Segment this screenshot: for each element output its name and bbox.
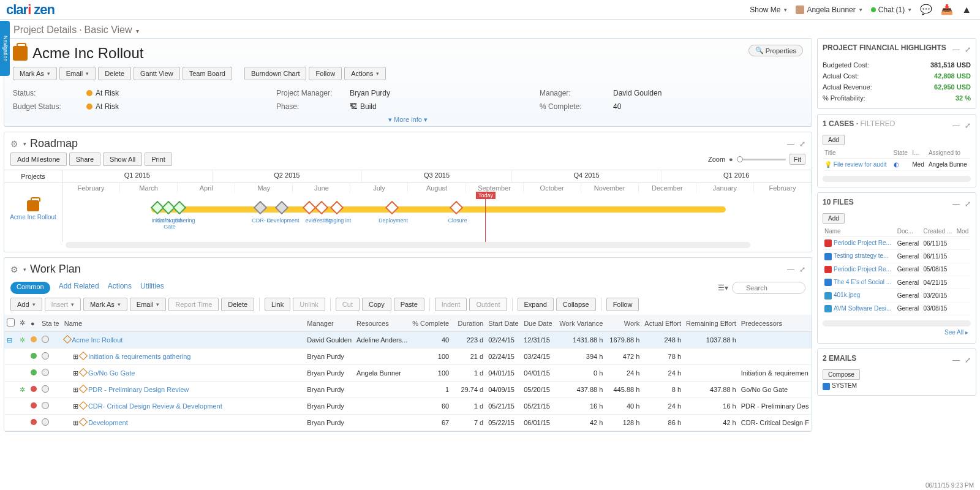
gantt-button[interactable]: Gantt View: [134, 67, 180, 80]
filter-icon[interactable]: ☰▾: [718, 284, 728, 292]
print-button[interactable]: Print: [145, 153, 172, 166]
wp-link-button[interactable]: Link: [265, 298, 290, 311]
wp-add-button[interactable]: Add ▾: [10, 298, 42, 311]
show-all-button[interactable]: Show All: [103, 153, 142, 166]
manager-label: Manager:: [540, 89, 613, 97]
see-all-link[interactable]: See All ▸: [823, 326, 971, 338]
file-row[interactable]: Periodic Project Re...General06/11/15: [823, 237, 971, 250]
show-me-menu[interactable]: Show Me▾: [750, 6, 787, 14]
gear-icon[interactable]: ⚙: [10, 265, 18, 274]
app-logo[interactable]: clarizen: [6, 2, 55, 18]
expand-icon[interactable]: ⤢: [965, 356, 971, 364]
table-row[interactable]: ⊟ ✲ Acme Inc Rollout David GouldenAdelin…: [4, 332, 812, 349]
table-row[interactable]: ⊞ Go/No Go Gate Bryan PurdyAngela Bunner…: [4, 365, 812, 382]
month-label: December: [639, 183, 696, 193]
project-header-panel: Acme Inc Rollout 🔍 Properties Mark As ▾ …: [4, 38, 812, 127]
month-label: January: [696, 183, 754, 193]
table-row[interactable]: ⊞ Development Bryan Purdy677 d 05/22/150…: [4, 415, 812, 431]
files-add-button[interactable]: Add: [823, 213, 845, 224]
user-menu[interactable]: Angela Bunner▾: [796, 6, 862, 14]
today-marker: Today: [485, 193, 486, 242]
messages-icon[interactable]: 💬: [920, 4, 932, 15]
compose-button[interactable]: Compose: [823, 369, 860, 380]
table-row[interactable]: ✲ ⊞ PDR - Preliminary Design Review Brya…: [4, 382, 812, 398]
wp-report-time-button[interactable]: Report Time: [168, 298, 219, 311]
zoom-slider[interactable]: [737, 159, 786, 160]
email-button[interactable]: Email ▾: [59, 67, 96, 80]
select-all-checkbox[interactable]: [7, 318, 15, 326]
add-milestone-button[interactable]: Add Milestone: [10, 153, 67, 166]
minimize-icon[interactable]: —: [787, 140, 794, 148]
table-row[interactable]: ⊞ Initiation & requirements gathering Br…: [4, 349, 812, 365]
gear-icon[interactable]: ⚙: [10, 139, 18, 149]
expand-icon[interactable]: ⤢: [965, 121, 971, 130]
tab-add-related[interactable]: Add Related: [59, 282, 99, 294]
projects-col-label: Projects: [4, 170, 62, 183]
file-row[interactable]: Periodic Project Re...General05/08/15: [823, 263, 971, 276]
team-board-button[interactable]: Team Board: [183, 67, 232, 80]
milestone-label: Deployment: [375, 217, 412, 224]
mark-as-button[interactable]: Mark As ▾: [13, 67, 57, 80]
file-row[interactable]: 401k.jpegGeneral03/20/15: [823, 289, 971, 302]
status-dot-icon: [86, 90, 92, 96]
table-row[interactable]: ⊞ CDR- Critical Design Review & Developm…: [4, 398, 812, 415]
properties-search[interactable]: 🔍 Properties: [748, 45, 803, 56]
alerts-icon[interactable]: ▲: [962, 4, 971, 15]
tab-actions[interactable]: Actions: [108, 282, 132, 294]
wp-paste-button[interactable]: Paste: [394, 298, 424, 311]
wp-outdent-button[interactable]: Outdent: [469, 298, 507, 311]
expand-icon[interactable]: ⤢: [965, 200, 971, 208]
wp-insert-button[interactable]: Insert ▾: [45, 298, 81, 311]
more-info-toggle[interactable]: ▾ More info ▾: [13, 113, 803, 126]
tab-utilities[interactable]: Utilities: [140, 282, 164, 294]
workplan-title: Work Plan: [30, 263, 81, 276]
horizontal-scrollbar[interactable]: [66, 242, 750, 248]
expand-icon[interactable]: ⤢: [799, 140, 805, 148]
file-row[interactable]: Testing strategy te...General06/11/15: [823, 250, 971, 263]
milestone-label: Closure: [439, 217, 476, 224]
wp-indent-button[interactable]: Indent: [435, 298, 467, 311]
briefcase-icon: [13, 46, 28, 61]
share-button[interactable]: Share: [69, 153, 100, 166]
navigation-tab[interactable]: Navigation: [0, 21, 10, 76]
actions-button[interactable]: Actions ▾: [344, 67, 386, 80]
wp-cut-button[interactable]: Cut: [336, 298, 360, 311]
expand-icon[interactable]: ⤢: [965, 45, 971, 54]
minimize-icon[interactable]: —: [952, 121, 960, 130]
minimize-icon[interactable]: —: [787, 265, 794, 274]
chat-menu[interactable]: Chat (1)▾: [871, 6, 911, 14]
search-input[interactable]: [732, 282, 805, 294]
follow-button[interactable]: Follow: [309, 67, 342, 80]
milestone-label: ts gathering: [162, 217, 199, 224]
wp-follow-button[interactable]: Follow: [606, 298, 639, 311]
wp-expand-button[interactable]: Expand: [518, 298, 554, 311]
minimize-icon[interactable]: —: [952, 200, 960, 208]
file-row[interactable]: AVM Software Desi...General03/08/15: [823, 302, 971, 315]
wp-copy-button[interactable]: Copy: [362, 298, 391, 311]
expand-icon[interactable]: ⤢: [799, 265, 805, 274]
fit-button[interactable]: Fit: [790, 154, 805, 165]
tab-common[interactable]: Common: [10, 282, 50, 294]
avatar-icon: [796, 6, 804, 14]
delete-button[interactable]: Delete: [98, 67, 131, 80]
phase-value: Build: [360, 102, 377, 111]
chevron-down-icon[interactable]: ▾: [136, 28, 139, 34]
wp-email-button[interactable]: Email ▾: [130, 298, 167, 311]
wp-unlink-button[interactable]: Unlink: [293, 298, 325, 311]
horizontal-scrollbar[interactable]: [823, 320, 971, 326]
roadmap-project-name[interactable]: Acme Inc Rollout: [4, 214, 62, 221]
case-row[interactable]: 💡 File review for audit ◐ Med Angela Bun…: [823, 159, 971, 171]
minimize-icon[interactable]: —: [952, 356, 960, 364]
wp-delete-button[interactable]: Delete: [221, 298, 254, 311]
file-row[interactable]: The 4 E's of Social ...General04/21/15: [823, 276, 971, 289]
minimize-icon[interactable]: —: [952, 45, 960, 54]
budget-label: Budget Status:: [13, 102, 86, 111]
burndown-button[interactable]: Burndown Chart: [244, 67, 307, 80]
breadcrumb: Project Details·Basic View ▾: [0, 20, 980, 38]
wp-mark-as-button[interactable]: Mark As ▾: [83, 298, 127, 311]
milestone-label: Staging int: [320, 217, 356, 224]
horizontal-scrollbar[interactable]: [823, 176, 971, 182]
inbox-icon[interactable]: 📥: [941, 4, 953, 15]
wp-collapse-button[interactable]: Collapse: [556, 298, 596, 311]
cases-add-button[interactable]: Add: [823, 135, 845, 145]
